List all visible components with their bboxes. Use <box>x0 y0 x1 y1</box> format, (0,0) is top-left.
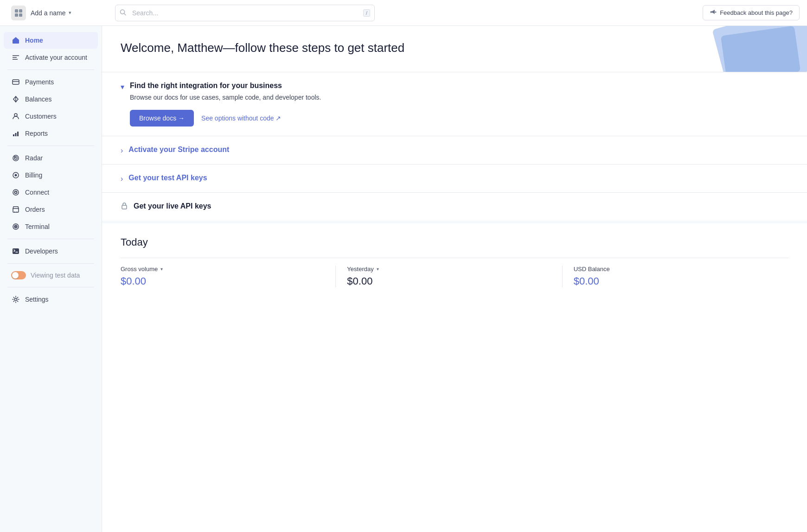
sidebar-balances-label: Balances <box>25 95 52 103</box>
svg-point-23 <box>14 212 15 213</box>
step-integration: ▾ Find the right integration for your bu… <box>102 72 807 136</box>
options-no-code-label: See options without code ↗ <box>201 114 281 122</box>
svg-rect-29 <box>122 205 127 209</box>
step-live-api-header: Get your live API keys <box>121 202 788 211</box>
welcome-title: Welcome, Matthew—follow these steps to g… <box>121 41 788 55</box>
megaphone-icon <box>710 8 717 17</box>
brand-name-label: Add a name <box>31 9 66 17</box>
sidebar-item-billing[interactable]: Billing <box>4 167 98 184</box>
settings-icon <box>11 295 20 304</box>
step-test-api-title: Get your test API keys <box>128 174 207 182</box>
svg-rect-10 <box>13 80 19 84</box>
steps-section: ▾ Find the right integration for your bu… <box>102 72 807 223</box>
today-section: Today Gross volume ▾ $0.00 Yesterday ▾ <box>102 223 807 300</box>
test-data-row: Viewing test data <box>4 267 98 283</box>
svg-point-6 <box>715 12 717 13</box>
sidebar-reports-label: Reports <box>25 130 48 137</box>
step-test-api-header[interactable]: › Get your test API keys <box>121 174 788 183</box>
svg-rect-14 <box>15 133 17 136</box>
step-integration-header[interactable]: ▾ Find the right integration for your bu… <box>121 82 788 127</box>
browse-docs-button[interactable]: Browse docs → <box>130 110 194 127</box>
sidebar-item-home[interactable]: Home <box>4 32 98 49</box>
app-logo <box>11 6 26 20</box>
sidebar-payments-label: Payments <box>25 78 54 86</box>
customers-icon <box>11 112 20 121</box>
svg-rect-13 <box>13 134 14 136</box>
activate-icon <box>11 53 20 62</box>
sidebar-activate-label: Activate your account <box>25 54 87 61</box>
step-activate: › Activate your Stripe account <box>102 136 807 165</box>
step-integration-title: Find the right integration for your busi… <box>130 82 321 90</box>
sidebar-item-connect[interactable]: Connect <box>4 184 98 201</box>
balances-icon <box>11 95 20 104</box>
svg-rect-15 <box>17 132 19 136</box>
sidebar: Home Activate your account Paym <box>0 26 102 532</box>
options-no-code-link[interactable]: See options without code ↗ <box>201 114 281 122</box>
chevron-right-icon-2: › <box>121 175 123 183</box>
orders-icon <box>11 205 20 214</box>
svg-rect-27 <box>13 248 19 254</box>
today-title: Today <box>121 236 788 248</box>
metrics-divider <box>121 258 788 258</box>
search-bar: / <box>115 5 375 21</box>
sidebar-radar-label: Radar <box>25 154 43 162</box>
chevron-right-icon: › <box>121 146 123 155</box>
usd-balance-label-text: USD Balance <box>574 266 610 272</box>
metric-yesterday-value: $0.00 <box>347 275 551 287</box>
sidebar-divider-3 <box>7 239 94 239</box>
svg-point-12 <box>14 114 17 116</box>
step-integration-actions: Browse docs → See options without code ↗ <box>130 110 321 127</box>
sidebar-divider-1 <box>7 70 94 70</box>
billing-icon <box>11 171 20 180</box>
sidebar-terminal-label: Terminal <box>25 223 50 230</box>
payments-icon <box>11 77 20 87</box>
sidebar-item-activate[interactable]: Activate your account <box>4 49 98 66</box>
sidebar-divider-4 <box>7 263 94 264</box>
terminal-icon <box>11 222 20 231</box>
sidebar-item-payments[interactable]: Payments <box>4 74 98 90</box>
sidebar-item-settings[interactable]: Settings <box>4 291 98 308</box>
sidebar-item-orders[interactable]: Orders <box>4 201 98 218</box>
sidebar-orders-label: Orders <box>25 206 45 213</box>
svg-line-5 <box>124 13 126 15</box>
lock-icon <box>121 202 128 211</box>
app-body: Home Activate your account Paym <box>0 26 807 532</box>
svg-rect-3 <box>19 13 22 17</box>
metric-yesterday-label[interactable]: Yesterday ▾ <box>347 266 551 272</box>
reports-icon <box>11 129 20 138</box>
sidebar-item-balances[interactable]: Balances <box>4 91 98 108</box>
sidebar-item-developers[interactable]: Developers <box>4 243 98 260</box>
svg-rect-1 <box>19 9 22 13</box>
metric-usd-balance-value: $0.00 <box>574 275 777 287</box>
sidebar-item-radar[interactable]: Radar <box>4 150 98 166</box>
step-activate-header[interactable]: › Activate your Stripe account <box>121 146 788 155</box>
topbar-left: Add a name ▾ <box>7 6 109 20</box>
browse-docs-label: Browse docs → <box>139 114 185 122</box>
svg-point-24 <box>17 212 18 213</box>
metric-gross-volume-value: $0.00 <box>121 275 324 287</box>
sidebar-item-terminal[interactable]: Terminal <box>4 218 98 235</box>
home-icon <box>11 36 20 45</box>
svg-point-28 <box>15 298 17 301</box>
step-live-api: Get your live API keys <box>102 193 807 221</box>
metric-gross-volume-label[interactable]: Gross volume ▾ <box>121 266 324 272</box>
step-integration-content: Find the right integration for your busi… <box>130 82 321 127</box>
test-data-label: Viewing test data <box>31 272 80 279</box>
sidebar-settings-label: Settings <box>25 296 49 303</box>
topbar: Add a name ▾ / Feedback about this page? <box>0 0 807 26</box>
step-live-api-title: Get your live API keys <box>134 202 211 210</box>
test-data-toggle[interactable] <box>11 271 26 279</box>
sidebar-connect-label: Connect <box>25 189 49 196</box>
search-input[interactable] <box>115 5 375 21</box>
svg-rect-2 <box>15 13 18 17</box>
sidebar-item-reports[interactable]: Reports <box>4 125 98 142</box>
connect-icon <box>11 188 20 197</box>
sidebar-item-customers[interactable]: Customers <box>4 108 98 125</box>
feedback-button[interactable]: Feedback about this page? <box>703 5 800 20</box>
search-icon <box>120 9 126 17</box>
radar-icon <box>11 153 20 163</box>
brand-name-button[interactable]: Add a name ▾ <box>31 9 71 17</box>
sidebar-developers-label: Developers <box>25 247 58 255</box>
svg-point-19 <box>15 174 17 177</box>
gross-volume-label-text: Gross volume <box>121 266 158 272</box>
